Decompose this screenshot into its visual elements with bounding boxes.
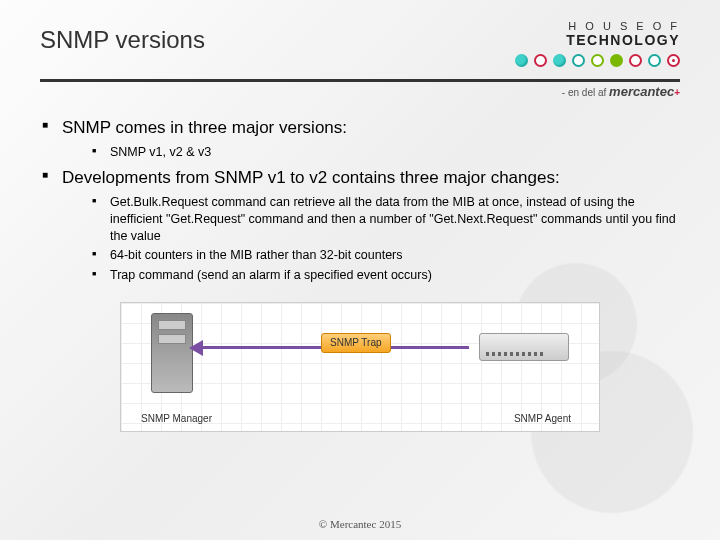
manager-label: SNMP Manager [141, 412, 212, 426]
subbrand-name: mercantec [609, 84, 674, 99]
subbrand-prefix: - en del af [562, 87, 609, 98]
dot-icon [534, 54, 547, 67]
trap-label: SNMP Trap [321, 333, 391, 353]
bullet-level2: Get.Bulk.Request command can retrieve al… [92, 194, 680, 245]
bullet-level2: SNMP v1, v2 & v3 [92, 144, 680, 161]
dot-icon [648, 54, 661, 67]
subbrand: - en del af mercantec+ [40, 84, 680, 99]
dot-icon [572, 54, 585, 67]
divider [40, 79, 680, 82]
brand-dots [515, 54, 680, 67]
arrow-head-icon [189, 340, 203, 356]
dot-icon [629, 54, 642, 67]
page-title: SNMP versions [40, 26, 205, 54]
bullet-text: SNMP comes in three major versions: [62, 118, 347, 137]
bullet-text: Developments from SNMP v1 to v2 contains… [62, 168, 560, 187]
snmp-trap-diagram: SNMP Trap SNMP Manager SNMP Agent [120, 302, 600, 432]
footer-copyright: © Mercantec 2015 [0, 518, 720, 530]
network-device-icon [479, 333, 569, 361]
brand-logo: H O U S E O F TECHNOLOGY [515, 20, 680, 67]
brand-line2: TECHNOLOGY [515, 32, 680, 48]
slide: SNMP versions H O U S E O F TECHNOLOGY -… [0, 0, 720, 540]
server-icon [151, 313, 193, 393]
dot-icon [667, 54, 680, 67]
dot-icon [591, 54, 604, 67]
dot-icon [610, 54, 623, 67]
dot-icon [515, 54, 528, 67]
agent-label: SNMP Agent [514, 412, 571, 426]
bullet-level2: 64-bit counters in the MIB rather than 3… [92, 247, 680, 264]
bullet-level1: SNMP comes in three major versions: SNMP… [40, 117, 680, 161]
dot-icon [553, 54, 566, 67]
brand-line1: H O U S E O F [515, 20, 680, 32]
content: SNMP comes in three major versions: SNMP… [40, 117, 680, 432]
bullet-level2: Trap command (send an alarm if a specifi… [92, 267, 680, 284]
header: SNMP versions H O U S E O F TECHNOLOGY [40, 20, 680, 67]
bullet-level1: Developments from SNMP v1 to v2 contains… [40, 167, 680, 284]
subbrand-plus: + [674, 87, 680, 98]
